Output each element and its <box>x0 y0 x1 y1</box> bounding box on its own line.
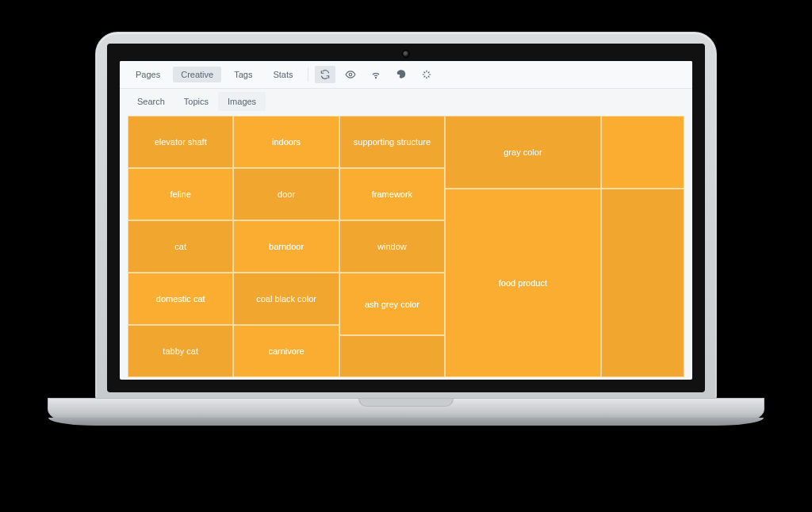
treemap-cell[interactable] <box>339 335 445 377</box>
laptop-notch <box>358 399 454 407</box>
tab-tags[interactable]: Tags <box>226 67 260 82</box>
treemap-cell[interactable]: framework <box>339 168 445 220</box>
drop-shadow <box>48 469 764 501</box>
paint-icon[interactable] <box>391 66 412 83</box>
treemap-cell[interactable]: supporting structure <box>339 116 445 168</box>
tab-stats[interactable]: Stats <box>265 67 301 82</box>
treemap-cell[interactable]: ash grey color <box>339 273 445 335</box>
app-window: Pages Creative Tags Stats <box>120 61 692 380</box>
svg-point-0 <box>349 73 352 76</box>
laptop-mock: Pages Creative Tags Stats <box>95 32 717 444</box>
treemap-cell[interactable] <box>601 189 684 377</box>
stage: Pages Creative Tags Stats <box>0 0 812 512</box>
toolbar-divider <box>308 67 308 82</box>
main-toolbar: Pages Creative Tags Stats <box>120 61 692 89</box>
laptop-base <box>48 398 764 420</box>
screen: Pages Creative Tags Stats <box>120 61 692 380</box>
treemap: elevator shaft indoors supporting struct… <box>128 116 684 377</box>
subtab-topics[interactable]: Topics <box>174 92 218 111</box>
treemap-cell[interactable]: domestic cat <box>128 273 233 325</box>
treemap-cell[interactable] <box>601 116 684 189</box>
svg-point-1 <box>375 78 376 78</box>
treemap-cell[interactable]: cat <box>128 220 233 273</box>
camera-icon <box>402 50 410 58</box>
treemap-cell[interactable]: door <box>233 168 339 220</box>
treemap-cell[interactable]: indoors <box>233 116 339 168</box>
treemap-cell[interactable]: barndoor <box>233 220 339 273</box>
eye-icon[interactable] <box>340 66 361 83</box>
treemap-cell[interactable]: carnivore <box>233 325 339 377</box>
treemap-cell[interactable]: feline <box>128 168 233 220</box>
sparkle-icon[interactable] <box>416 66 437 83</box>
refresh-icon[interactable] <box>315 66 335 83</box>
subtab-images[interactable]: Images <box>218 92 266 111</box>
laptop-lid: Pages Creative Tags Stats <box>95 32 717 404</box>
treemap-cell[interactable]: tabby cat <box>128 325 233 377</box>
wifi-icon[interactable] <box>366 66 386 83</box>
treemap-cell[interactable]: food product <box>445 189 601 377</box>
treemap-cell[interactable]: coal black color <box>233 273 339 325</box>
tab-creative[interactable]: Creative <box>173 67 221 82</box>
treemap-cell[interactable]: window <box>339 220 445 273</box>
treemap-cell[interactable]: elevator shaft <box>128 116 233 168</box>
tab-pages[interactable]: Pages <box>128 67 168 82</box>
subtab-search[interactable]: Search <box>128 92 174 111</box>
treemap-cell[interactable]: gray color <box>445 116 601 189</box>
sub-toolbar: Search Topics Images <box>120 89 692 111</box>
